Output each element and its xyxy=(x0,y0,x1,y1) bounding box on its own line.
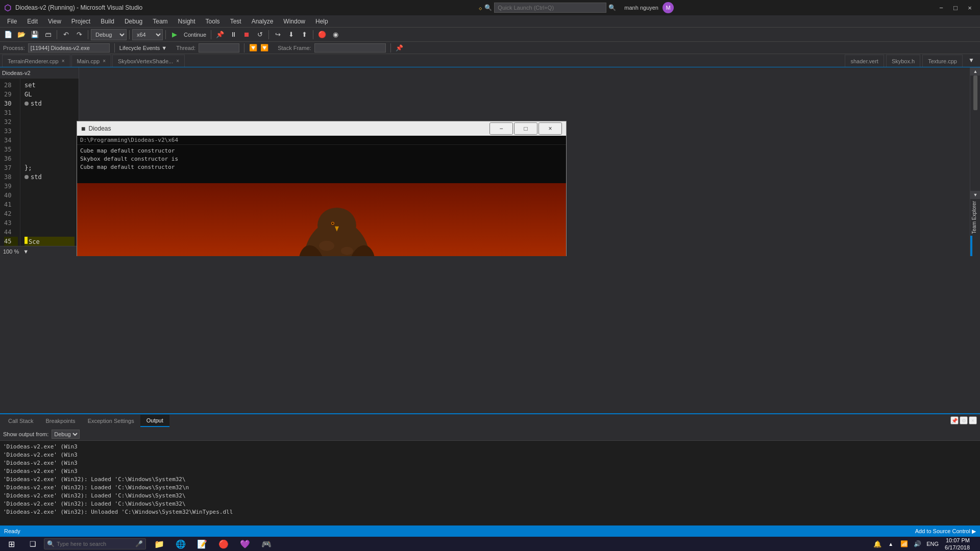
quick-launch-input[interactable] xyxy=(494,3,606,13)
panel-close-btn[interactable]: × xyxy=(969,416,977,424)
app-minimize-btn[interactable]: − xyxy=(489,122,513,135)
open-btn[interactable]: 📂 xyxy=(15,29,28,40)
tab-main[interactable]: Main.cpp × xyxy=(71,55,111,67)
line-num: 32 xyxy=(4,117,18,127)
output-source-select[interactable]: Debug xyxy=(52,430,80,439)
process-input[interactable] xyxy=(28,43,110,53)
save-btn[interactable]: 💾 xyxy=(29,29,41,40)
thread-input[interactable] xyxy=(199,43,239,53)
undo-btn[interactable]: ↶ xyxy=(60,29,72,40)
tab-call-stack[interactable]: Call Stack xyxy=(2,415,40,427)
tab-bar: TerrainRenderer.cpp × Main.cpp × SkyboxV… xyxy=(0,54,980,67)
tray-ime[interactable]: ENG xyxy=(924,541,941,547)
menu-nsight[interactable]: Nsight xyxy=(173,15,201,28)
redo-btn[interactable]: ↷ xyxy=(73,29,85,40)
taskbar-clock[interactable]: 10:07 PM 6/17/2018 xyxy=(942,537,973,551)
taskbar-search-input[interactable] xyxy=(44,538,146,549)
app-close-btn[interactable]: × xyxy=(538,122,562,135)
tray-arrow-up[interactable]: ▲ xyxy=(885,537,897,551)
tray-notification[interactable]: 🔔 xyxy=(871,537,884,551)
tab-shader-vert[interactable]: shader.vert xyxy=(845,55,884,67)
menu-project[interactable]: Project xyxy=(66,15,95,28)
tab-close-skybox[interactable]: × xyxy=(176,58,179,64)
start-button[interactable]: ⊞ xyxy=(1,537,21,551)
taskbar-notepad[interactable]: 📝 xyxy=(192,537,212,551)
taskbar-file-explorer[interactable]: 📁 xyxy=(149,537,169,551)
debug-config-dropdown[interactable]: Debug xyxy=(91,29,127,40)
output-line-4: 'Diodeas-v2.exe' (Win3 xyxy=(3,467,977,475)
taskbar-right: 🔔 ▲ 📶 🔊 ENG 10:07 PM 6/17/2018 xyxy=(871,537,979,551)
tab-skybox-shader[interactable]: SkyboxVertexShade... × xyxy=(112,55,185,67)
code-line-43 xyxy=(24,218,75,228)
panel-settings-btn[interactable]: ⚙ xyxy=(960,416,968,424)
task-view-btn[interactable]: ❑ xyxy=(22,537,43,551)
step-over-btn[interactable]: ↪ xyxy=(272,29,284,40)
tray-volume[interactable]: 🔊 xyxy=(911,537,923,551)
step-into-btn[interactable]: ⬇ xyxy=(285,29,297,40)
breakpoint-btn[interactable]: 🔴 xyxy=(316,29,328,40)
sep3 xyxy=(129,30,130,39)
show-desktop-btn[interactable] xyxy=(974,537,977,551)
attach-btn[interactable]: 📌 xyxy=(214,29,226,40)
tab-skybox-h[interactable]: Skybox.h xyxy=(886,55,920,67)
taskbar-game[interactable]: 🎮 xyxy=(256,537,277,551)
panel-pin-btn[interactable]: 📌 xyxy=(950,416,959,424)
menu-window[interactable]: Window xyxy=(278,15,310,28)
scroll-up-btn[interactable]: ▲ xyxy=(970,67,980,76)
menu-build[interactable]: Build xyxy=(95,15,119,28)
minimize-button[interactable]: − xyxy=(935,2,947,13)
start-debug-btn[interactable]: ▶ xyxy=(168,29,181,40)
pause-btn[interactable]: ⏸ xyxy=(227,29,239,40)
app-restore-btn[interactable]: □ xyxy=(514,122,537,135)
save-all-btn[interactable]: 🗃 xyxy=(42,29,54,40)
stop-btn[interactable]: ⏹ xyxy=(240,29,253,40)
console-line-3: Cube map default constructor xyxy=(80,163,563,171)
lifecycle-btn[interactable]: Lifecycle Events ▼ xyxy=(119,45,167,51)
menu-edit[interactable]: Edit xyxy=(22,15,43,28)
code-text[interactable]: set GL std }; std Sce set xyxy=(20,79,79,246)
tab-breakpoints[interactable]: Breakpoints xyxy=(40,415,82,427)
tab-output[interactable]: Output xyxy=(140,415,169,427)
output-line-5: 'Diodeas-v2.exe' (Win32): Loaded 'C:\Win… xyxy=(3,475,977,484)
team-explorer-tab[interactable]: Team Explorer xyxy=(970,199,980,236)
svg-point-6 xyxy=(317,208,356,243)
menu-view[interactable]: View xyxy=(43,15,66,28)
output-panel[interactable]: 'Diodeas-v2.exe' (Win3 'Diodeas-v2.exe' … xyxy=(0,441,980,539)
stack-frame-input[interactable] xyxy=(314,43,386,53)
title-left: ⬡ Diodeas-v2 (Running) - Microsoft Visua… xyxy=(4,3,142,13)
taskbar-chrome[interactable]: 🔴 xyxy=(213,537,234,551)
tab-close-terrain[interactable]: × xyxy=(62,58,65,64)
scroll-down-btn[interactable]: ▼ xyxy=(970,191,980,199)
new-project-btn[interactable]: 📄 xyxy=(2,29,14,40)
menu-tools[interactable]: Tools xyxy=(201,15,225,28)
tab-label-shader: shader.vert xyxy=(850,58,878,64)
game-viewport[interactable] xyxy=(77,183,566,256)
menu-help[interactable]: Help xyxy=(310,15,333,28)
taskbar-ie[interactable]: 🌐 xyxy=(170,537,191,551)
tab-terrainrenderer[interactable]: TerrainRenderer.cpp × xyxy=(2,55,70,67)
tray-network[interactable]: 📶 xyxy=(898,537,910,551)
step-out-btn[interactable]: ⬆ xyxy=(298,29,310,40)
console-line-1: Cube map default constructor xyxy=(80,147,563,155)
tab-exception-settings[interactable]: Exception Settings xyxy=(82,415,140,427)
svg-point-13 xyxy=(341,247,353,255)
restore-button[interactable]: □ xyxy=(949,2,962,13)
restart-btn[interactable]: ↺ xyxy=(254,29,266,40)
menu-test[interactable]: Test xyxy=(225,15,247,28)
platform-dropdown[interactable]: x64 xyxy=(132,29,163,40)
line-num: 29 xyxy=(4,90,18,99)
close-button[interactable]: × xyxy=(964,2,976,13)
menu-team[interactable]: Team xyxy=(148,15,173,28)
tab-close-main[interactable]: × xyxy=(103,58,106,64)
code-line-34 xyxy=(24,136,75,145)
code-line-29: GL xyxy=(24,90,75,99)
more-tabs-btn[interactable]: ▼ xyxy=(965,55,978,66)
menu-file[interactable]: File xyxy=(2,15,22,28)
code-line-39 xyxy=(24,182,75,191)
taskbar-vs-code[interactable]: 💜 xyxy=(235,537,255,551)
breakpoints-btn[interactable]: ◉ xyxy=(329,29,341,40)
menu-debug[interactable]: Debug xyxy=(119,15,148,28)
menu-analyze[interactable]: Analyze xyxy=(247,15,279,28)
search-icon2: 🔍 xyxy=(484,4,492,11)
tab-texture-cpp[interactable]: Texture.cpp xyxy=(922,55,963,67)
